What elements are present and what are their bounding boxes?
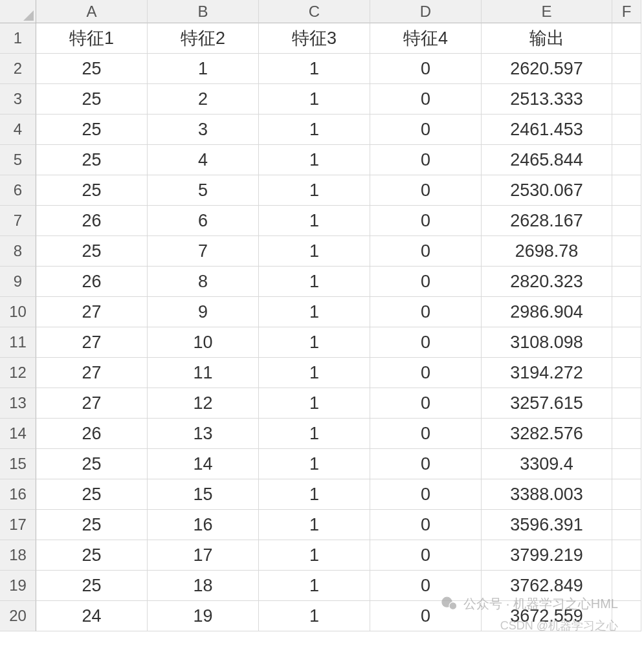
cell-A2[interactable]: 25 xyxy=(36,54,148,84)
cell-A4[interactable]: 25 xyxy=(36,115,148,145)
column-header-D[interactable]: D xyxy=(370,0,482,23)
cell-D10[interactable]: 0 xyxy=(370,297,482,327)
cell-A16[interactable]: 25 xyxy=(36,479,148,510)
cell-A5[interactable]: 25 xyxy=(36,145,148,175)
cell-D16[interactable]: 0 xyxy=(370,479,482,510)
cell-A19[interactable]: 25 xyxy=(36,571,148,601)
cell-E18[interactable]: 3799.219 xyxy=(482,540,612,571)
cell-B6[interactable]: 5 xyxy=(148,175,259,206)
cell-D12[interactable]: 0 xyxy=(370,358,482,388)
cell-F7[interactable] xyxy=(612,206,641,236)
cell-E7[interactable]: 2628.167 xyxy=(482,206,612,236)
cell-C10[interactable]: 1 xyxy=(259,297,370,327)
column-header-A[interactable]: A xyxy=(36,0,148,23)
cell-F13[interactable] xyxy=(612,388,641,419)
cell-D8[interactable]: 0 xyxy=(370,236,482,267)
cell-D1[interactable]: 特征4 xyxy=(370,23,482,54)
cell-D13[interactable]: 0 xyxy=(370,388,482,419)
cell-A17[interactable]: 25 xyxy=(36,510,148,540)
row-header-11[interactable]: 11 xyxy=(0,327,36,358)
cell-E13[interactable]: 3257.615 xyxy=(482,388,612,419)
cell-B18[interactable]: 17 xyxy=(148,540,259,571)
column-header-F[interactable]: F xyxy=(612,0,641,23)
cell-C1[interactable]: 特征3 xyxy=(259,23,370,54)
cell-D4[interactable]: 0 xyxy=(370,115,482,145)
cell-E16[interactable]: 3388.003 xyxy=(482,479,612,510)
cell-E2[interactable]: 2620.597 xyxy=(482,54,612,84)
cell-C4[interactable]: 1 xyxy=(259,115,370,145)
row-header-16[interactable]: 16 xyxy=(0,479,36,510)
row-header-18[interactable]: 18 xyxy=(0,540,36,571)
row-header-9[interactable]: 9 xyxy=(0,267,36,297)
cell-F17[interactable] xyxy=(612,510,641,540)
cell-F10[interactable] xyxy=(612,297,641,327)
cell-A8[interactable]: 25 xyxy=(36,236,148,267)
cell-C18[interactable]: 1 xyxy=(259,540,370,571)
cell-A18[interactable]: 25 xyxy=(36,540,148,571)
cell-E19[interactable]: 3762.849 xyxy=(482,571,612,601)
cell-B5[interactable]: 4 xyxy=(148,145,259,175)
cell-E8[interactable]: 2698.78 xyxy=(482,236,612,267)
cell-B1[interactable]: 特征2 xyxy=(148,23,259,54)
cell-B8[interactable]: 7 xyxy=(148,236,259,267)
cell-B3[interactable]: 2 xyxy=(148,84,259,115)
select-all-corner[interactable] xyxy=(0,0,36,23)
cell-F15[interactable] xyxy=(612,449,641,479)
cell-A20[interactable]: 24 xyxy=(36,601,148,631)
cell-E5[interactable]: 2465.844 xyxy=(482,145,612,175)
cell-C14[interactable]: 1 xyxy=(259,419,370,449)
row-header-5[interactable]: 5 xyxy=(0,145,36,175)
cell-B17[interactable]: 16 xyxy=(148,510,259,540)
cell-F4[interactable] xyxy=(612,115,641,145)
cell-F8[interactable] xyxy=(612,236,641,267)
cell-C20[interactable]: 1 xyxy=(259,601,370,631)
cell-A7[interactable]: 26 xyxy=(36,206,148,236)
cell-C3[interactable]: 1 xyxy=(259,84,370,115)
cell-E14[interactable]: 3282.576 xyxy=(482,419,612,449)
cell-C8[interactable]: 1 xyxy=(259,236,370,267)
row-header-2[interactable]: 2 xyxy=(0,54,36,84)
cell-D17[interactable]: 0 xyxy=(370,510,482,540)
cell-F14[interactable] xyxy=(612,419,641,449)
cell-B11[interactable]: 10 xyxy=(148,327,259,358)
row-header-13[interactable]: 13 xyxy=(0,388,36,419)
row-header-1[interactable]: 1 xyxy=(0,23,36,54)
cell-A6[interactable]: 25 xyxy=(36,175,148,206)
cell-D14[interactable]: 0 xyxy=(370,419,482,449)
cell-E11[interactable]: 3108.098 xyxy=(482,327,612,358)
cell-D7[interactable]: 0 xyxy=(370,206,482,236)
column-header-C[interactable]: C xyxy=(259,0,370,23)
cell-B4[interactable]: 3 xyxy=(148,115,259,145)
cell-E9[interactable]: 2820.323 xyxy=(482,267,612,297)
cell-C9[interactable]: 1 xyxy=(259,267,370,297)
cell-F11[interactable] xyxy=(612,327,641,358)
cell-A9[interactable]: 26 xyxy=(36,267,148,297)
row-header-7[interactable]: 7 xyxy=(0,206,36,236)
cell-C12[interactable]: 1 xyxy=(259,358,370,388)
cell-D6[interactable]: 0 xyxy=(370,175,482,206)
cell-A11[interactable]: 27 xyxy=(36,327,148,358)
row-header-8[interactable]: 8 xyxy=(0,236,36,267)
row-header-12[interactable]: 12 xyxy=(0,358,36,388)
cell-F6[interactable] xyxy=(612,175,641,206)
cell-E12[interactable]: 3194.272 xyxy=(482,358,612,388)
cell-D20[interactable]: 0 xyxy=(370,601,482,631)
cell-D9[interactable]: 0 xyxy=(370,267,482,297)
cell-C16[interactable]: 1 xyxy=(259,479,370,510)
cell-C19[interactable]: 1 xyxy=(259,571,370,601)
row-header-20[interactable]: 20 xyxy=(0,601,36,631)
column-header-E[interactable]: E xyxy=(482,0,612,23)
cell-F1[interactable] xyxy=(612,23,641,54)
cell-C15[interactable]: 1 xyxy=(259,449,370,479)
cell-A10[interactable]: 27 xyxy=(36,297,148,327)
cell-A13[interactable]: 27 xyxy=(36,388,148,419)
cell-D3[interactable]: 0 xyxy=(370,84,482,115)
cell-B16[interactable]: 15 xyxy=(148,479,259,510)
cell-F3[interactable] xyxy=(612,84,641,115)
cell-C11[interactable]: 1 xyxy=(259,327,370,358)
cell-F18[interactable] xyxy=(612,540,641,571)
cell-E10[interactable]: 2986.904 xyxy=(482,297,612,327)
row-header-10[interactable]: 10 xyxy=(0,297,36,327)
cell-B19[interactable]: 18 xyxy=(148,571,259,601)
cell-B10[interactable]: 9 xyxy=(148,297,259,327)
